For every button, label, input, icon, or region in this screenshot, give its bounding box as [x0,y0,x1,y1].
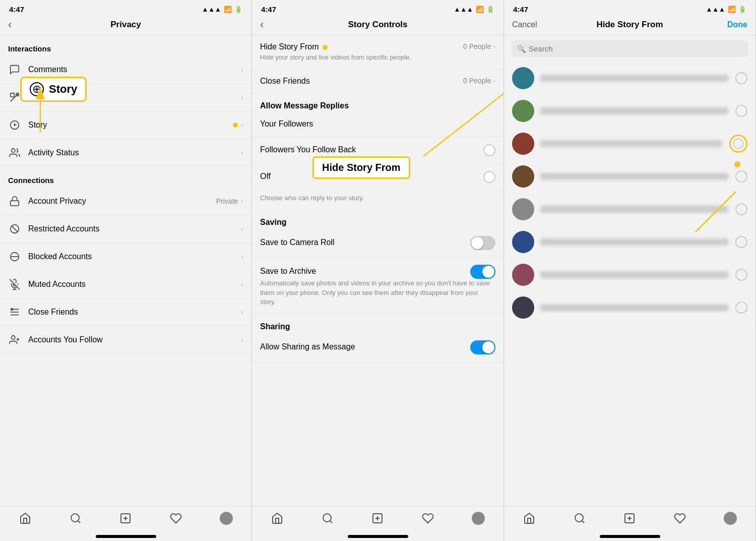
user-list-item[interactable] [504,193,755,226]
option-off[interactable]: Off [252,164,503,191]
restricted-label: Restricted Accounts [28,224,241,233]
svg-point-20 [12,336,15,339]
chevron-icon: › [241,66,243,74]
user-list-item[interactable] [504,160,755,193]
account-privacy-label: Account Privacy [28,197,216,206]
comments-label: Comments [28,65,241,74]
tab-add-1[interactable] [101,512,151,524]
followers-follow-back-label: Followers You Follow Back [260,145,483,154]
story-annotation-box: ⊕ Story [20,77,87,102]
story-controls-scroll: Hide Story From Hide your story and live… [252,35,503,506]
privacy-item-account[interactable]: Account Privacy Private › [0,188,251,215]
signal-icon: ▲▲▲ [202,6,221,13]
nav-bar-2: ‹ Story Controls [252,17,503,35]
user-list-item[interactable] [504,62,755,95]
save-camera-label: Save to Camera Roll [260,238,470,247]
toggle-knob [471,237,483,249]
allow-sharing-item[interactable]: Allow Sharing as Message [252,333,503,362]
select-radio[interactable] [735,302,747,314]
select-radio[interactable] [735,269,747,281]
story-annotation-text: Story [49,83,77,96]
close-friends-item[interactable]: Close Friends 0 People › [252,70,503,93]
chevron-icon: › [241,121,243,129]
nav-title-1: Privacy [110,20,141,30]
chevron-icon: › [241,197,243,205]
tab-profile-3[interactable] [705,512,755,525]
svg-rect-8 [11,201,19,206]
privacy-item-muted[interactable]: Muted Accounts › [0,271,251,298]
username [540,107,728,114]
blocked-label: Blocked Accounts [28,252,241,261]
save-camera-roll-item[interactable]: Save to Camera Roll [252,229,503,258]
privacy-item-blocked[interactable]: Blocked Accounts › [0,243,251,271]
search-bar[interactable]: 🔍 [511,40,748,57]
close-friends-title: Close Friends [260,77,310,85]
svg-point-19 [11,309,13,311]
privacy-item-restricted[interactable]: Restricted Accounts › [0,215,251,243]
privacy-item-close-friends[interactable]: Close Friends › [0,298,251,326]
wifi-icon: 📶 [476,6,484,13]
save-archive-subtitle: Automatically save photos and videos in … [260,279,495,307]
saving-header: Saving [252,210,503,229]
tab-profile-1[interactable] [201,512,251,525]
hide-story-count: 0 People [463,42,491,50]
search-input[interactable] [529,44,742,53]
nav-title-3: Hide Story From [596,20,663,30]
tab-search-3[interactable] [554,512,605,524]
svg-point-32 [323,514,331,522]
tab-add-2[interactable] [353,512,403,524]
user-list-item[interactable] [504,128,755,160]
radio-off[interactable] [483,171,495,183]
save-archive-toggle[interactable] [470,265,495,279]
done-button[interactable]: Done [727,20,747,29]
chevron-icon: › [241,308,243,316]
hide-story-subtitle: Hide your story and live videos from spe… [260,53,411,61]
back-button-1[interactable]: ‹ [8,18,12,31]
user-list-item[interactable] [504,259,755,291]
privacy-item-accounts-follow[interactable]: Accounts You Follow › [0,326,251,354]
tab-search-1[interactable] [50,512,101,524]
close-friends-content: Close Friends [260,77,459,86]
tab-profile-2[interactable] [453,512,503,525]
username [540,238,728,246]
option-your-followers[interactable]: Your Followers [252,112,503,137]
select-radio[interactable] [735,203,747,215]
select-radio[interactable] [735,170,747,183]
tab-home-3[interactable] [504,512,554,524]
select-radio[interactable] [735,72,747,84]
radio-followers-follow-back[interactable] [483,144,495,156]
tab-heart-1[interactable] [151,512,201,524]
tab-add-3[interactable] [605,512,655,524]
close-friends-count: 0 People [463,77,491,85]
user-list-item[interactable] [504,95,755,128]
save-camera-toggle[interactable] [470,236,495,250]
privacy-item-story[interactable]: Story › [0,111,251,139]
select-radio[interactable] [735,105,747,117]
avatar [512,231,534,253]
tab-heart-2[interactable] [403,512,453,524]
hide-story-from-item[interactable]: Hide Story From Hide your story and live… [252,35,503,70]
privacy-item-activity[interactable]: Activity Status › [0,139,251,167]
panel3-yellow-dot-annotation [734,161,740,167]
select-radio-highlighted[interactable] [729,135,747,153]
back-button-2[interactable]: ‹ [260,18,264,31]
avatar [512,264,534,286]
user-list-item[interactable] [504,226,755,259]
chevron-icon: › [241,149,243,157]
allow-sharing-toggle[interactable] [470,340,495,354]
tab-search-2[interactable] [302,512,353,524]
tab-heart-3[interactable] [655,512,705,524]
battery-icon: 🔋 [738,6,746,13]
story-icon [8,118,21,132]
select-radio[interactable] [735,236,747,248]
tab-home-2[interactable] [252,512,302,524]
avatar [512,133,534,155]
close-friends-right: 0 People › [463,77,495,85]
chevron-icon: › [241,336,243,344]
save-archive-item[interactable]: Save to Archive Automatically save photo… [252,258,503,314]
nav-bar-3: Cancel Hide Story From Done [504,17,755,35]
cancel-button[interactable]: Cancel [512,20,537,29]
tab-home-1[interactable] [0,512,50,524]
option-followers-follow-back[interactable]: Followers You Follow Back [252,137,503,164]
user-list-item[interactable] [504,291,755,324]
